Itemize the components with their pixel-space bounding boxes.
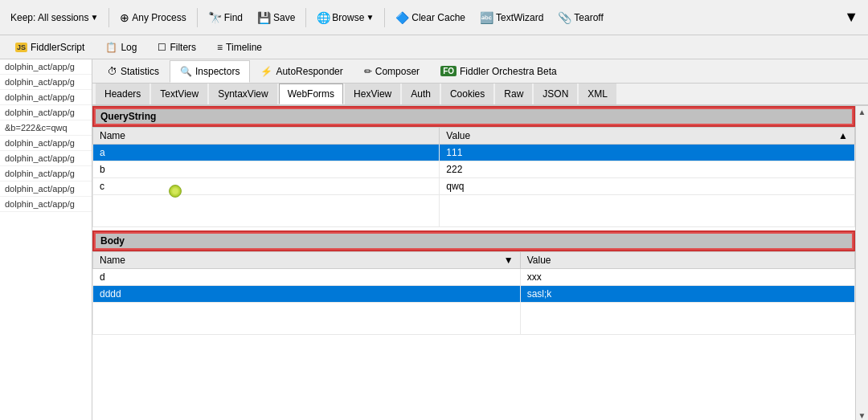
list-item[interactable]: dolphin_act/app/g: [0, 181, 92, 197]
tab-inspectors-label: Inspectors: [195, 66, 240, 77]
subtab-cookies-label: Cookies: [450, 88, 485, 100]
qs-value-cell: 222: [440, 161, 855, 178]
subtab-textview-label: TextView: [160, 88, 199, 100]
querystring-label: QueryString: [100, 111, 156, 122]
separator-2: [197, 8, 198, 27]
table-row[interactable]: dddd sasl;k: [93, 286, 855, 303]
subtab-xml[interactable]: XML: [579, 84, 616, 104]
tab-fiddlerscript[interactable]: JS FiddlerScript: [5, 36, 95, 59]
main-layout: dolphin_act/app/g dolphin_act/app/g dolp…: [0, 59, 868, 420]
tab-composer-label: Composer: [375, 66, 420, 77]
binoculars-icon: 🔭: [208, 11, 222, 24]
tab-orchestra[interactable]: FO Fiddler Orchestra Beta: [430, 60, 567, 83]
globe-icon: 🌐: [317, 11, 330, 24]
tab-inspectors[interactable]: 🔍 Inspectors: [170, 60, 250, 83]
tab-filters-label: Filters: [170, 42, 196, 53]
subtab-hexview-label: HexView: [354, 88, 391, 100]
qs-value-cell: 111: [440, 145, 855, 161]
subtab-auth[interactable]: Auth: [402, 84, 440, 104]
scrollbar[interactable]: ▲ ▼: [855, 106, 868, 420]
querystring-table: Name Value ▲ a 111: [92, 127, 855, 227]
subtab-hexview[interactable]: HexView: [345, 84, 400, 104]
qs-value-cell: qwq: [440, 178, 855, 195]
tearoff-icon: 📎: [558, 11, 571, 24]
composer-icon: ✏: [364, 66, 372, 77]
tabbar-inspectors: ⏱ Statistics 🔍 Inspectors ⚡ AutoResponde…: [92, 59, 868, 84]
list-item[interactable]: dolphin_act/app/g: [0, 136, 92, 151]
qs-value-header: Value ▲: [440, 128, 855, 145]
separator-4: [384, 8, 385, 27]
filters-icon: ☐: [158, 42, 166, 53]
webforms-content: QueryString Name Value ▲: [92, 106, 855, 420]
subtab-syntaxview-label: SyntaxView: [218, 88, 268, 100]
textwizard-button[interactable]: 🔤 TextWizard: [474, 8, 549, 27]
tab-statistics-label: Statistics: [121, 66, 159, 77]
subtab-raw[interactable]: Raw: [495, 84, 532, 104]
subtab-webforms-label: WebForms: [288, 88, 334, 100]
list-item[interactable]: dolphin_act/app/g: [0, 105, 92, 120]
tab-autoresponder[interactable]: ⚡ AutoResponder: [250, 60, 353, 83]
table-row[interactable]: a 111: [93, 145, 855, 161]
tearoff-label: Tearoff: [574, 12, 603, 23]
list-item[interactable]: dolphin_act/app/g: [0, 75, 92, 90]
table-row[interactable]: b 222: [93, 161, 855, 178]
any-process-label: Any Process: [132, 12, 186, 23]
list-item[interactable]: &b=222&c=qwq: [0, 120, 92, 136]
subtab-webforms[interactable]: WebForms: [279, 84, 343, 104]
browse-button[interactable]: 🌐 Browse ▼: [311, 8, 379, 27]
tab-timeline-label: Timeline: [226, 42, 262, 53]
clear-cache-button[interactable]: 🔷 Clear Cache: [390, 8, 471, 27]
keep-sessions-arrow: ▼: [90, 13, 98, 22]
body-value-cell: sasl;k: [520, 286, 854, 303]
scroll-down-button[interactable]: ▼: [858, 411, 866, 420]
textwizard-icon: 🔤: [480, 11, 493, 24]
keep-sessions-label: Keep: All sessions: [10, 12, 88, 23]
list-item[interactable]: dolphin_act/app/g: [0, 166, 92, 181]
browse-arrow: ▼: [366, 13, 374, 22]
save-button[interactable]: 💾 Save: [252, 8, 301, 27]
list-item[interactable]: dolphin_act/app/g: [0, 151, 92, 166]
tab-statistics[interactable]: ⏱ Statistics: [97, 60, 170, 83]
subtab-json[interactable]: JSON: [534, 84, 577, 104]
subtab-headers[interactable]: Headers: [96, 84, 149, 104]
body-label: Body: [100, 235, 125, 247]
any-process-button[interactable]: ⊕ Any Process: [114, 8, 191, 27]
list-item[interactable]: dolphin_act/app/g: [0, 59, 92, 75]
body-name-cell: d: [93, 269, 521, 286]
body-name-header: Name ▼: [93, 252, 521, 269]
subtab-raw-label: Raw: [504, 88, 523, 100]
sort-up-icon: ▲: [838, 130, 848, 141]
tab-log-label: Log: [121, 42, 137, 53]
subtabbar: Headers TextView SyntaxView WebForms Hex…: [92, 84, 868, 106]
subtab-cookies[interactable]: Cookies: [441, 84, 493, 104]
table-row-empty: [93, 303, 855, 335]
separator-1: [108, 8, 109, 27]
tab-composer[interactable]: ✏ Composer: [354, 60, 430, 83]
table-row[interactable]: c qwq: [93, 178, 855, 195]
session-list[interactable]: dolphin_act/app/g dolphin_act/app/g dolp…: [0, 59, 92, 420]
table-row[interactable]: d xxx: [93, 269, 855, 286]
tearoff-button[interactable]: 📎 Tearoff: [552, 8, 608, 27]
keep-sessions-button[interactable]: Keep: All sessions ▼: [5, 9, 104, 27]
separator-3: [305, 8, 306, 27]
body-header: Body: [94, 232, 854, 250]
inspectors-icon: 🔍: [180, 66, 192, 77]
tab-filters[interactable]: ☐ Filters: [147, 36, 207, 59]
list-item[interactable]: dolphin_act/app/g: [0, 197, 92, 212]
expand-button[interactable]: ▼: [839, 7, 863, 27]
tab-autoresponder-label: AutoResponder: [276, 66, 342, 77]
querystring-header: QueryString: [94, 108, 854, 125]
body-name-cell: dddd: [93, 286, 521, 303]
tab-orchestra-label: Fiddler Orchestra Beta: [460, 66, 557, 77]
scroll-up-button[interactable]: ▲: [858, 108, 866, 116]
subtab-headers-label: Headers: [104, 88, 141, 100]
tab-log[interactable]: 📋 Log: [95, 36, 147, 59]
toolbar: Keep: All sessions ▼ ⊕ Any Process 🔭 Fin…: [0, 0, 868, 35]
tab-timeline[interactable]: ≡ Timeline: [207, 36, 272, 59]
browse-label: Browse: [332, 12, 364, 23]
find-button[interactable]: 🔭 Find: [203, 8, 248, 27]
list-item[interactable]: dolphin_act/app/g: [0, 90, 92, 105]
body-value-header: Value: [520, 252, 854, 269]
subtab-textview[interactable]: TextView: [151, 84, 207, 104]
subtab-syntaxview[interactable]: SyntaxView: [209, 84, 276, 104]
